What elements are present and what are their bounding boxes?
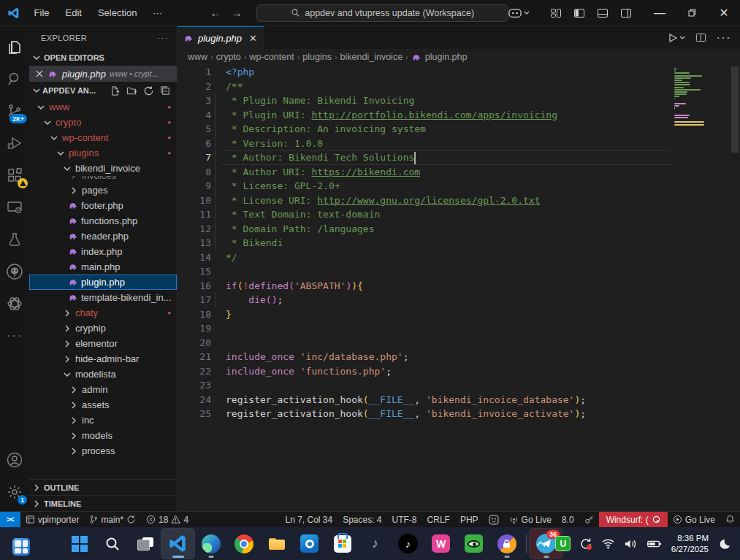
breadcrumb-item-bikendi-invoice[interactable]: bikendi_invoice	[340, 52, 403, 62]
code-line[interactable]: 20	[178, 336, 740, 350]
tree-item-models[interactable]: models	[29, 428, 177, 443]
start-button[interactable]	[63, 529, 96, 559]
tree-item-wp-content[interactable]: wp-content●	[29, 130, 177, 145]
taskbar-file-explorer[interactable]	[260, 529, 293, 559]
tree-item-functions-php[interactable]: functions.php	[29, 213, 177, 229]
code-line[interactable]: 19	[178, 321, 740, 336]
tree-item-plugins[interactable]: plugins●	[29, 145, 177, 161]
code-line[interactable]: 13 * Bikendi	[178, 236, 740, 250]
collapse-all-icon[interactable]	[160, 85, 171, 96]
new-folder-icon[interactable]	[126, 85, 137, 96]
code-line[interactable]: 23	[178, 378, 740, 393]
code-line[interactable]: 16if(!defined('ABSPATH')){	[178, 279, 740, 294]
minimap[interactable]	[674, 68, 728, 126]
breadcrumb[interactable]: www›crypto›wp-content›plugins›bikendi_in…	[178, 49, 740, 65]
split-editor-icon[interactable]	[695, 32, 706, 43]
go-live-button[interactable]: Go Live	[668, 512, 720, 528]
vpimporter-status[interactable]: vpimporter	[20, 512, 85, 528]
wifi-icon[interactable]	[599, 533, 618, 555]
activity-openai[interactable]	[0, 288, 29, 320]
tree-item-modelista[interactable]: modelista	[29, 367, 177, 382]
explorer-more-actions-icon[interactable]: ···	[157, 34, 169, 42]
code-line[interactable]: 21include_once 'inc/database.php';	[178, 350, 740, 364]
code-line[interactable]: 5 * Description: An invoicing system	[178, 122, 740, 137]
close-icon[interactable]	[35, 69, 44, 78]
scrollbar-thumb[interactable]	[731, 66, 739, 153]
toggle-sidebar-icon[interactable]	[573, 7, 585, 19]
code-line[interactable]: 10 * License URI: http://www.gnu.org/lic…	[178, 193, 740, 208]
encoding-status[interactable]: UTF-8	[387, 512, 422, 528]
battery-icon[interactable]	[644, 533, 663, 555]
toggle-panel-icon[interactable]	[597, 7, 609, 19]
close-button[interactable]: ✕	[708, 0, 740, 26]
volume-icon[interactable]	[622, 533, 641, 555]
taskbar-edge[interactable]	[194, 529, 227, 559]
menu-edit[interactable]: Edit	[59, 5, 88, 20]
problems-status[interactable]: 18 4	[141, 512, 194, 528]
taskbar-store[interactable]	[326, 529, 359, 559]
code-line[interactable]: 12 * Domain Path: /languages	[178, 222, 740, 237]
accounts-button[interactable]	[0, 444, 29, 476]
tree-item-template-bikendi-in-[interactable]: template-bikendi_in...	[29, 290, 177, 305]
breadcrumb-item-wp-content[interactable]: wp-content	[249, 52, 294, 62]
menu-file[interactable]: File	[28, 5, 56, 20]
taskbar-music-app[interactable]: ♪	[359, 529, 392, 559]
tab-plugin-php[interactable]: plugin.php ✕	[178, 26, 264, 49]
activity-explorer[interactable]	[0, 31, 29, 63]
code-line[interactable]: 3 * Plugin Name: Bikendi Invoicing	[178, 93, 740, 108]
tree-item-admin[interactable]: admin	[29, 382, 177, 397]
editor-more-actions-icon[interactable]: ···	[717, 31, 731, 45]
code-line[interactable]: 17 die();	[178, 293, 740, 307]
refresh-icon[interactable]	[143, 85, 154, 96]
tree-item-assets[interactable]: assets	[29, 397, 177, 413]
code-line[interactable]: 25register_activation_hook(__FILE__, 'bi…	[178, 407, 740, 421]
code-line[interactable]: 15	[178, 264, 740, 279]
code-editor[interactable]: 1<?php2/**3 * Plugin Name: Bikendi Invoi…	[178, 65, 740, 511]
sync-tray-icon[interactable]	[576, 533, 595, 555]
open-editor-item[interactable]: plugin.php www • crypt...	[29, 66, 177, 82]
code-line[interactable]: 14*/	[178, 250, 740, 265]
tree-item-footer-php[interactable]: footer.php	[29, 198, 177, 213]
remote-indicator[interactable]: ><	[0, 512, 20, 528]
code-line[interactable]: 18}	[178, 307, 740, 322]
tree-item-crypto[interactable]: crypto●	[29, 115, 177, 130]
activity-search[interactable]	[0, 63, 29, 95]
activity-source-control[interactable]: 2K+	[0, 95, 29, 127]
tab-close-icon[interactable]: ✕	[249, 33, 257, 44]
breadcrumb-item-plugin-php[interactable]: plugin.php	[411, 52, 468, 63]
nav-back-icon[interactable]: ←	[210, 7, 221, 19]
tree-item-inc[interactable]: inc	[29, 413, 177, 428]
tree-item-www[interactable]: www●	[29, 99, 177, 115]
run-button[interactable]	[668, 33, 685, 43]
tree-item-index-php[interactable]: index.php	[29, 244, 177, 259]
restore-button[interactable]	[676, 0, 708, 26]
tree-item-main-php[interactable]: main.php	[29, 259, 177, 275]
new-file-icon[interactable]	[110, 85, 121, 96]
workspace-section-header[interactable]: APPDEV AN...	[29, 82, 177, 99]
breadcrumb-item-www[interactable]: www	[188, 52, 207, 62]
breadcrumb-item-plugins[interactable]: plugins	[302, 52, 332, 62]
tree-item-pages[interactable]: pages	[29, 183, 177, 198]
notifications-bell[interactable]	[720, 512, 740, 528]
minimize-button[interactable]: —	[644, 0, 676, 26]
code-line[interactable]: 1<?php	[178, 65, 740, 80]
nav-forward-icon[interactable]: →	[231, 7, 242, 19]
taskbar-tiktok[interactable]: ♪	[392, 529, 424, 559]
code-line[interactable]: 6 * Version: 1.0.0	[178, 137, 740, 151]
outline-section[interactable]: OUTLINE	[29, 479, 177, 495]
code-line[interactable]: 24register_activation_hook(__FILE__, 'bi…	[178, 393, 740, 407]
open-editors-section[interactable]: OPEN EDITORS	[29, 50, 177, 66]
feedback-button[interactable]	[484, 512, 504, 528]
customize-layout-icon[interactable]	[550, 7, 562, 19]
copilot-button[interactable]	[508, 8, 530, 18]
taskbar-wattpad[interactable]: W	[424, 529, 457, 559]
activity-remote-explorer[interactable]	[0, 191, 29, 223]
code-line[interactable]: 11 * Text Domain: text-domain	[178, 207, 740, 222]
tree-item-plugin-php[interactable]: plugin.php	[29, 275, 177, 290]
activity-testing[interactable]	[0, 223, 29, 256]
code-line[interactable]: 9 * License: GPL-2.0+	[178, 179, 740, 193]
tray-clock[interactable]: 8:36 PM 6/27/2025	[667, 533, 713, 555]
task-view-button[interactable]	[129, 529, 161, 559]
menu-overflow[interactable]: ···	[146, 5, 169, 20]
eol-status[interactable]: CRLF	[422, 512, 455, 528]
